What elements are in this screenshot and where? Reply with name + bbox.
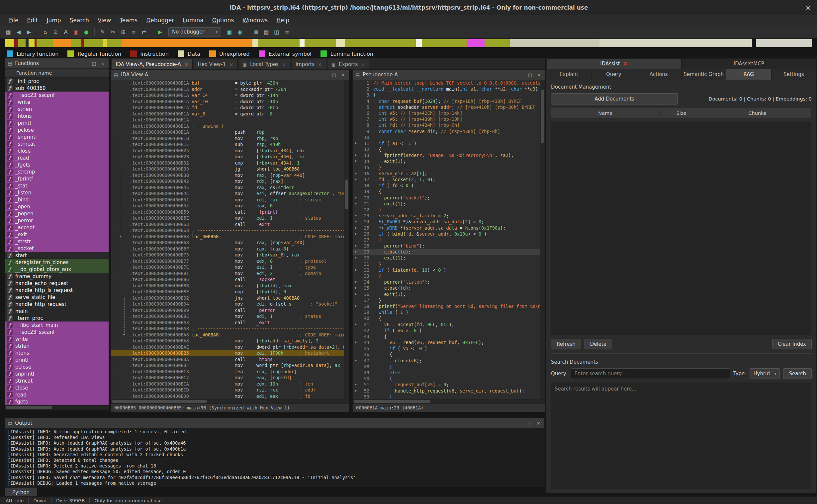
rename-icon[interactable]: ✎: [98, 27, 107, 36]
tab-ida-view-a-pseudocode-a[interactable]: IDA View-A, Pseudocode-A×: [111, 59, 192, 69]
function-item[interactable]: ƒ_init_proc: [5, 78, 109, 85]
options-icon[interactable]: ≡: [282, 27, 292, 36]
disassembly-line[interactable]: .text:0000000000400BA8 mov [rbp+addr.sa_…: [111, 338, 349, 344]
refresh-button[interactable]: Refresh: [551, 339, 581, 349]
disassembly-line[interactable]: .text:0000000000400B7C mov esi, 1 ; type: [111, 264, 349, 270]
disassembly-line[interactable]: .text:0000000000400BD0 mov edi, eax ; fd: [111, 393, 349, 399]
function-item[interactable]: ƒ_open: [5, 203, 109, 210]
pseudocode-line[interactable]: 53 }: [353, 394, 545, 399]
pseudocode-line[interactable]: ●30 exit(1);: [353, 255, 545, 261]
doc-column-chunks[interactable]: Chunks: [704, 110, 811, 116]
disassembly-line[interactable]: .text:0000000000400B68 ; ---------------…: [111, 227, 349, 234]
tab-close-icon[interactable]: ×: [229, 62, 233, 67]
function-item[interactable]: ƒclose: [5, 384, 109, 391]
disassembly-line[interactable]: .text:0000000000400B9E mov edi, 1 ; stat…: [111, 313, 349, 320]
function-item[interactable]: ƒ_snprintf: [5, 133, 109, 140]
function-item[interactable]: ƒhtons: [5, 349, 109, 356]
disassembly-line[interactable]: .text:0000000000400BB5 mov edi, 1F90h ; …: [111, 350, 349, 356]
pseudocode-line[interactable]: 48 }: [353, 364, 545, 370]
float-panel-icon[interactable]: □: [91, 61, 97, 66]
menu-windows[interactable]: Windows: [239, 16, 272, 24]
pseudocode-line[interactable]: ●23 server_addr.sa_family = 2;: [353, 213, 545, 219]
close-panel-icon[interactable]: ×: [340, 72, 346, 77]
idassist-tab-explain[interactable]: Explain: [546, 69, 591, 80]
function-item[interactable]: ƒ_strlen: [5, 106, 109, 112]
disassembly-line[interactable]: .text:0000000000400B99 call _perror: [111, 307, 349, 314]
pseudocode-line[interactable]: 2void __fastcall __noreturn main(int a1,…: [353, 86, 545, 92]
pseudocode-line[interactable]: ●17 fd = socket(2, 1, 0);: [353, 177, 545, 182]
function-item[interactable]: ƒderegister_tm_clones: [5, 259, 109, 266]
pseudocode-line[interactable]: 4 char request_buf[1024]; // [rsp+10h] […: [353, 98, 545, 104]
window-tab-idassistmcp[interactable]: IDAssistMCP: [682, 58, 817, 69]
text-search-icon[interactable]: A: [61, 27, 70, 36]
pseudocode-line[interactable]: ●41 v6 = accept(fd, 0LL, 0LL);: [353, 322, 545, 327]
clear-index-button[interactable]: Clear Index: [772, 339, 812, 349]
pseudocode-line[interactable]: 9 const char *serve_dir; // [rsp+438h] […: [353, 128, 545, 134]
jump-icon[interactable]: ⌂: [40, 27, 50, 36]
disassembly-line[interactable]: .text:0000000000400B1A buf = byte ptr -4…: [111, 80, 349, 86]
menu-search[interactable]: Search: [66, 16, 93, 24]
output-log[interactable]: [IDAssist] INFO: Action application comp…: [5, 428, 544, 486]
pseudocode-line[interactable]: ●44 v5 = read(v6, request_buf, 0x3FFu);: [353, 339, 545, 345]
pseudocode-line[interactable]: 43 {: [353, 333, 545, 339]
pseudocode-line[interactable]: 6 int v5; // [rsp+42Ch] [rbp-14h]: [353, 110, 545, 116]
lumina-icon[interactable]: ●: [82, 27, 91, 36]
search-type-select[interactable]: Hybrid ▾: [750, 368, 780, 379]
pseudocode-line[interactable]: 5 struct sockaddr server_addr; // [rsp+4…: [353, 104, 545, 110]
float-panel-icon[interactable]: □: [331, 72, 337, 77]
python-console-tab[interactable]: Python: [5, 487, 37, 497]
documents-table-body[interactable]: [551, 122, 812, 335]
tab-local-types[interactable]: ▣Local Types×: [239, 59, 290, 69]
tab-exports[interactable]: ▣Exports×: [327, 59, 369, 69]
disassembly-line[interactable]: .text:0000000000400B1A push rbp: [111, 129, 349, 135]
menu-edit[interactable]: Edit: [23, 16, 42, 24]
delete-button[interactable]: Delete: [584, 339, 612, 349]
tab-close-icon[interactable]: ×: [282, 62, 286, 67]
tab-close-icon[interactable]: ×: [318, 62, 322, 67]
xrefs-icon[interactable]: ⇄: [139, 27, 148, 36]
function-item[interactable]: ƒ_perror: [5, 217, 109, 224]
disassembly-line[interactable]: .text:0000000000400B86 call _socket: [111, 276, 349, 283]
disassembly-line[interactable]: .text:0000000000400B4C mov esi, offset a…: [111, 190, 349, 197]
pseudocode-line[interactable]: ●29 close(fd);: [353, 249, 545, 255]
close-plugin-icon[interactable]: ×: [624, 61, 628, 67]
pseudocode-horizontal-scrollbar[interactable]: [353, 399, 545, 403]
function-item[interactable]: ƒhandle_echo_request: [5, 280, 109, 287]
pseudocode-line[interactable]: 50 {: [353, 376, 545, 382]
function-item[interactable]: ƒ_bind: [5, 196, 109, 203]
pseudocode-line[interactable]: 18 if ( fd < 0 ): [353, 182, 545, 188]
highlight-icon[interactable]: ▣: [71, 27, 81, 36]
function-item[interactable]: ƒ__libc_start_main: [5, 322, 109, 328]
pseudocode-line[interactable]: ●26 if ( bind(fd, &server_addr, 0x10u) <…: [353, 231, 545, 237]
close-panel-icon[interactable]: ×: [100, 61, 106, 66]
disassembly-line[interactable]: .text:0000000000400BA8 loc_400BA8: ; COD…: [111, 332, 349, 338]
function-item[interactable]: ƒ_strncat: [5, 140, 109, 147]
function-item[interactable]: ƒ_exit: [5, 231, 109, 238]
idassist-tab-query[interactable]: Query: [591, 69, 637, 80]
navigation-band[interactable]: [5, 39, 752, 47]
close-panel-icon[interactable]: ×: [536, 421, 541, 426]
pseudocode-line[interactable]: ●51 request_buf[v5] = 0;: [353, 382, 545, 388]
pseudocode-line[interactable]: ●25 *(_WORD *)server_addr.sa_data = hton…: [353, 225, 545, 231]
menu-teams[interactable]: Teams: [115, 16, 141, 24]
function-item[interactable]: ƒ__isoc23_sscanf: [5, 92, 109, 99]
navigate-forward-icon[interactable]: ▶: [24, 27, 34, 36]
pseudocode-line[interactable]: 45 if ( v5 <= 0 ): [353, 345, 545, 351]
pseudocode-line[interactable]: 46 {: [353, 351, 545, 357]
disassembly-line[interactable]: .text:0000000000400BBA call _htons: [111, 356, 349, 363]
pseudocode-line[interactable]: 12 {: [353, 146, 545, 152]
close-panel-icon[interactable]: ×: [536, 72, 542, 77]
pseudocode-line[interactable]: 19 {: [353, 188, 545, 194]
function-item[interactable]: ƒ_strcmp: [5, 168, 109, 175]
function-item[interactable]: ƒfgets: [5, 398, 109, 405]
tab-imports[interactable]: Imports×: [291, 59, 326, 69]
pseudocode-line[interactable]: ●21 exit(1);: [353, 201, 545, 207]
disassembly-line[interactable]: .text:0000000000400B1A fd = dword ptr -0…: [111, 105, 349, 111]
disassembly-line[interactable]: .text:0000000000400BA8 ; ---------------…: [111, 325, 349, 332]
pseudocode-line[interactable]: ●38 printf("Server listening on port %d,…: [353, 303, 545, 309]
disassembly-line[interactable]: .text:0000000000400B42 mov rdx, [rax]: [111, 178, 349, 184]
pseudocode-line[interactable]: 27 {: [353, 237, 545, 243]
disassembly-line[interactable]: .text:0000000000400B1A addr = sockaddr p…: [111, 86, 349, 93]
function-item[interactable]: ƒ__do_global_dtors_aux: [5, 266, 109, 273]
search-icon[interactable]: ⊙: [51, 27, 60, 36]
